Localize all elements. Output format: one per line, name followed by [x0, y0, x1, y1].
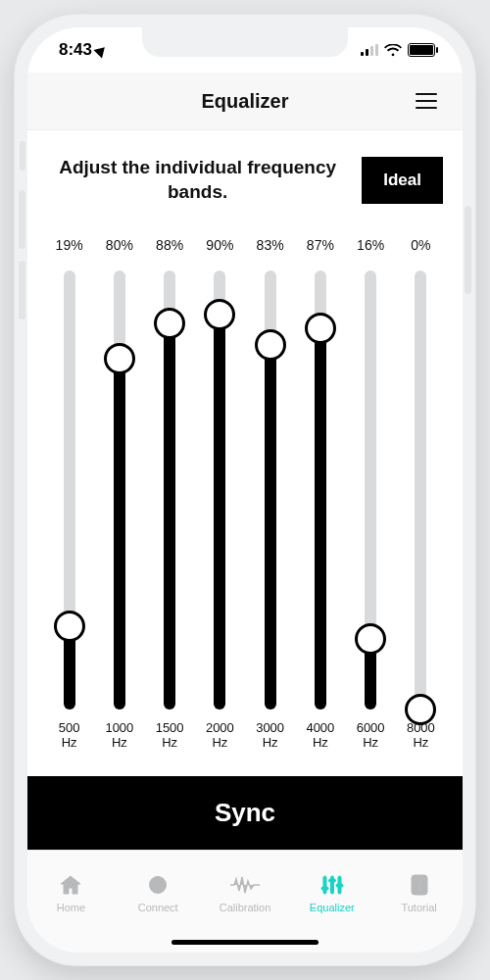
- eq-track-wrap: [399, 257, 443, 719]
- calibration-icon: [230, 872, 260, 898]
- eq-track-wrap: [248, 257, 292, 719]
- eq-track[interactable]: [415, 270, 426, 710]
- eq-frequency-label: 500Hz: [59, 719, 80, 753]
- tutorial-icon: i: [409, 872, 430, 898]
- location-icon: [94, 43, 110, 59]
- tab-equalizer[interactable]: Equalizer: [288, 851, 375, 935]
- eq-track-wrap: [148, 257, 192, 719]
- instruction-row: Adjust the individual frequency bands. I…: [47, 156, 443, 204]
- tab-calibration[interactable]: Calibration: [202, 851, 289, 935]
- instruction-text: Adjust the individual frequency bands.: [47, 156, 348, 204]
- tab-label: Equalizer: [310, 902, 355, 913]
- eq-track[interactable]: [265, 270, 276, 710]
- volume-up-button[interactable]: [19, 190, 25, 249]
- tab-tutorial[interactable]: iTutorial: [375, 851, 463, 935]
- eq-percent-label: 90%: [206, 237, 233, 257]
- eq-percent-label: 16%: [357, 237, 384, 257]
- eq-thumb[interactable]: [305, 313, 336, 344]
- tab-bar: HomeConnectCalibrationEqualizeriTutorial: [27, 850, 463, 953]
- svg-rect-6: [328, 879, 335, 882]
- tab-label: Home: [57, 902, 85, 913]
- notch: [142, 27, 348, 57]
- eq-band-8000hz: 0%8000Hz: [399, 237, 443, 753]
- eq-track-wrap: [47, 257, 91, 719]
- svg-rect-2: [323, 876, 326, 894]
- app-header: Equalizer: [27, 73, 463, 130]
- tab-label: Calibration: [220, 902, 271, 913]
- ideal-button[interactable]: Ideal: [362, 157, 443, 204]
- tab-label: Connect: [138, 902, 178, 913]
- mute-switch[interactable]: [20, 141, 25, 171]
- screen: 8:43 Equalizer Adjust the individual: [27, 27, 463, 953]
- eq-band-1500hz: 88%1500Hz: [148, 237, 192, 753]
- sync-button[interactable]: Sync: [27, 776, 463, 850]
- eq-track[interactable]: [164, 270, 175, 710]
- tab-home[interactable]: Home: [27, 851, 115, 935]
- equalizer-icon: [320, 872, 344, 898]
- eq-fill: [315, 328, 326, 710]
- eq-frequency-label: 1000Hz: [105, 719, 133, 753]
- svg-rect-5: [321, 887, 328, 890]
- svg-text:i: i: [417, 878, 421, 893]
- eq-percent-label: 19%: [56, 237, 83, 257]
- home-indicator[interactable]: [172, 940, 318, 945]
- eq-thumb[interactable]: [355, 623, 386, 655]
- eq-track-wrap: [349, 257, 393, 719]
- eq-band-3000hz: 83%3000Hz: [248, 237, 292, 753]
- equalizer-sliders: 19%500Hz80%1000Hz88%1500Hz90%2000Hz83%30…: [47, 237, 443, 753]
- svg-point-1: [156, 877, 161, 882]
- eq-percent-label: 88%: [156, 237, 183, 257]
- eq-frequency-label: 2000Hz: [206, 719, 234, 753]
- eq-frequency-label: 4000Hz: [306, 719, 334, 753]
- eq-thumb[interactable]: [154, 308, 185, 339]
- eq-percent-label: 80%: [106, 237, 133, 257]
- eq-thumb[interactable]: [405, 694, 436, 725]
- eq-band-4000hz: 87%4000Hz: [298, 237, 342, 753]
- eq-thumb[interactable]: [204, 299, 235, 330]
- eq-fill: [214, 315, 225, 710]
- eq-track[interactable]: [64, 270, 75, 710]
- eq-frequency-label: 1500Hz: [156, 719, 184, 753]
- phone-frame: 8:43 Equalizer Adjust the individual: [14, 14, 476, 966]
- eq-track[interactable]: [365, 270, 376, 710]
- eq-frequency-label: 3000Hz: [256, 719, 284, 753]
- eq-percent-label: 87%: [307, 237, 334, 257]
- eq-track-wrap: [97, 257, 141, 719]
- eq-fill: [114, 359, 125, 710]
- svg-rect-7: [336, 884, 343, 887]
- page-title: Equalizer: [202, 90, 289, 113]
- eq-thumb[interactable]: [54, 611, 85, 642]
- eq-percent-label: 0%: [411, 237, 430, 257]
- content: Adjust the individual frequency bands. I…: [27, 130, 463, 850]
- eq-track[interactable]: [114, 270, 125, 710]
- eq-percent-label: 83%: [257, 237, 284, 257]
- eq-thumb[interactable]: [104, 343, 135, 374]
- eq-band-500hz: 19%500Hz: [47, 237, 91, 753]
- eq-band-6000hz: 16%6000Hz: [349, 237, 393, 753]
- eq-thumb[interactable]: [255, 329, 286, 361]
- status-time: 8:43: [59, 40, 92, 60]
- eq-track-wrap: [298, 257, 342, 719]
- connect-icon: [146, 872, 170, 898]
- eq-fill: [265, 345, 276, 710]
- cellular-icon: [361, 44, 378, 56]
- eq-track-wrap: [198, 257, 242, 719]
- volume-down-button[interactable]: [19, 261, 25, 319]
- tab-connect[interactable]: Connect: [115, 851, 202, 935]
- eq-fill: [164, 323, 175, 710]
- battery-icon: [408, 43, 435, 57]
- eq-band-2000hz: 90%2000Hz: [198, 237, 242, 753]
- wifi-icon: [384, 44, 402, 57]
- eq-track[interactable]: [315, 270, 326, 710]
- power-button[interactable]: [465, 206, 471, 294]
- eq-frequency-label: 6000Hz: [357, 719, 385, 753]
- eq-band-1000hz: 80%1000Hz: [97, 237, 141, 753]
- eq-track[interactable]: [214, 270, 225, 710]
- tab-label: Tutorial: [401, 902, 436, 913]
- menu-button[interactable]: [410, 87, 443, 115]
- home-icon: [59, 872, 82, 898]
